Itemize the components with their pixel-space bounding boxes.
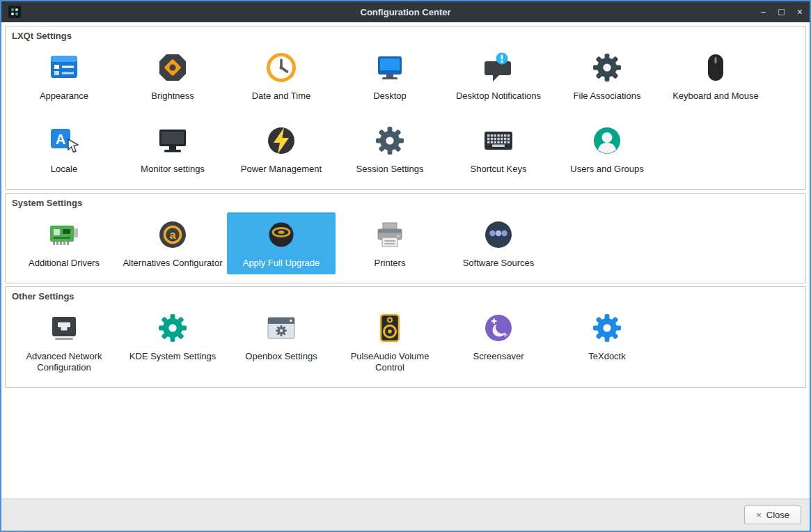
printers-icon	[373, 218, 407, 251]
alternatives-configurator-icon: a	[156, 218, 189, 251]
footer-bar: × Close	[1, 499, 810, 531]
appearance-icon	[47, 51, 81, 84]
group-title: Other Settings	[6, 287, 805, 303]
item-grid: Additional DriversaAlternatives Configur…	[6, 210, 805, 277]
pulseaudio-icon	[373, 311, 407, 345]
locale-icon: A	[47, 124, 81, 157]
close-button-label: Close	[766, 510, 789, 520]
close-x-icon: ×	[756, 510, 762, 519]
launcher-users-and-groups[interactable]: Users and Groups	[553, 118, 661, 180]
launcher-desktop[interactable]: Desktop	[336, 45, 444, 107]
texdoctk-icon	[590, 311, 624, 345]
close-window-button[interactable]: ×	[797, 7, 803, 17]
launcher-openbox-settings[interactable]: Openbox Settings	[227, 306, 336, 380]
group-lxqt-settings: LXQt SettingsAppearanceBrightnessDate an…	[5, 26, 806, 190]
item-label: Power Management	[241, 164, 322, 175]
svg-text:A: A	[56, 132, 65, 147]
item-label: PulseAudio Volume Control	[338, 351, 441, 374]
launcher-power-management[interactable]: Power Management	[227, 118, 336, 180]
apply-full-upgrade-icon	[265, 218, 298, 251]
item-grid: Advanced Network ConfigurationKDE System…	[6, 303, 805, 382]
item-label: Screensaver	[473, 351, 524, 362]
item-label: Alternatives Configurator	[123, 258, 222, 269]
item-label: Date and Time	[252, 91, 311, 102]
item-label: Shortcut Keys	[471, 164, 527, 175]
window-controls: − □ ×	[760, 7, 803, 17]
users-groups-icon	[590, 124, 624, 157]
close-button[interactable]: × Close	[744, 506, 801, 524]
launcher-shortcut-keys[interactable]: Shortcut Keys	[444, 118, 553, 180]
settings-groups-area: LXQt SettingsAppearanceBrightnessDate an…	[1, 22, 810, 499]
file-associations-icon	[590, 51, 624, 84]
launcher-advanced-network-configuration[interactable]: Advanced Network Configuration	[10, 306, 118, 380]
desktop-icon	[373, 51, 407, 84]
item-label: Apply Full Upgrade	[243, 258, 320, 269]
item-label: File Associations	[574, 91, 641, 102]
launcher-screensaver[interactable]: Screensaver	[444, 306, 553, 380]
power-management-icon	[265, 124, 298, 157]
item-label: Appearance	[40, 91, 88, 102]
launcher-session-settings[interactable]: Session Settings	[336, 118, 444, 180]
item-label: Monitor settings	[141, 164, 205, 175]
openbox-settings-icon	[265, 311, 298, 345]
group-system-settings: System SettingsAdditional DriversaAltern…	[5, 193, 806, 283]
shortcut-keys-icon	[482, 124, 515, 157]
group-other-settings: Other SettingsAdvanced Network Configura…	[5, 286, 806, 389]
item-label: KDE System Settings	[129, 351, 216, 362]
session-settings-icon	[373, 124, 407, 157]
item-label: Users and Groups	[570, 164, 644, 175]
item-label: Additional Drivers	[29, 258, 100, 269]
maximize-button[interactable]: □	[778, 7, 784, 17]
item-grid: AppearanceBrightnessDate and TimeDesktop…	[6, 42, 805, 184]
launcher-brightness[interactable]: Brightness	[118, 45, 227, 107]
svg-text:a: a	[170, 229, 176, 241]
monitor-settings-icon	[156, 124, 189, 157]
item-label: Openbox Settings	[245, 351, 317, 362]
additional-drivers-icon	[47, 218, 81, 251]
launcher-desktop-notifications[interactable]: Desktop Notifications	[444, 45, 553, 107]
item-label: Desktop	[373, 91, 407, 102]
keyboard-mouse-icon	[699, 51, 732, 84]
item-label: Brightness	[151, 91, 194, 102]
minimize-button[interactable]: −	[760, 7, 766, 17]
launcher-file-associations[interactable]: File Associations	[553, 45, 661, 107]
item-label: Desktop Notifications	[456, 91, 541, 102]
item-label: Session Settings	[356, 164, 424, 175]
launcher-locale[interactable]: ALocale	[10, 118, 118, 180]
launcher-pulseaudio-volume-control[interactable]: PulseAudio Volume Control	[336, 306, 444, 380]
launcher-printers[interactable]: Printers	[336, 212, 444, 274]
configuration-center-window: Configuration Center − □ × LXQt Settings…	[0, 0, 811, 532]
kde-settings-icon	[156, 311, 189, 345]
screensaver-icon	[482, 311, 515, 345]
advanced-network-icon	[47, 311, 81, 345]
item-label: Software Sources	[463, 258, 535, 269]
launcher-apply-full-upgrade[interactable]: Apply Full Upgrade	[227, 212, 336, 274]
item-label: Keyboard and Mouse	[672, 91, 759, 102]
software-sources-icon	[482, 218, 515, 251]
launcher-keyboard-and-mouse[interactable]: Keyboard and Mouse	[661, 45, 770, 107]
item-label: Advanced Network Configuration	[13, 351, 116, 374]
group-title: LXQt Settings	[6, 26, 805, 42]
item-label: TeXdoctk	[588, 351, 625, 362]
launcher-alternatives-configurator[interactable]: aAlternatives Configurator	[118, 212, 227, 274]
launcher-appearance[interactable]: Appearance	[10, 45, 118, 107]
launcher-additional-drivers[interactable]: Additional Drivers	[10, 212, 118, 274]
launcher-texdoctk[interactable]: TeXdoctk	[553, 306, 661, 380]
date-time-icon	[265, 51, 298, 84]
launcher-monitor-settings[interactable]: Monitor settings	[118, 118, 227, 180]
launcher-kde-system-settings[interactable]: KDE System Settings	[118, 306, 227, 380]
launcher-date-and-time[interactable]: Date and Time	[227, 45, 336, 107]
desktop-notifications-icon	[482, 51, 515, 84]
titlebar[interactable]: Configuration Center − □ ×	[1, 1, 810, 22]
app-icon	[8, 6, 21, 18]
window-title: Configuration Center	[1, 7, 810, 17]
item-label: Printers	[375, 258, 406, 269]
brightness-icon	[156, 51, 189, 84]
item-label: Locale	[51, 164, 77, 175]
launcher-software-sources[interactable]: Software Sources	[444, 212, 553, 274]
group-title: System Settings	[6, 194, 805, 210]
